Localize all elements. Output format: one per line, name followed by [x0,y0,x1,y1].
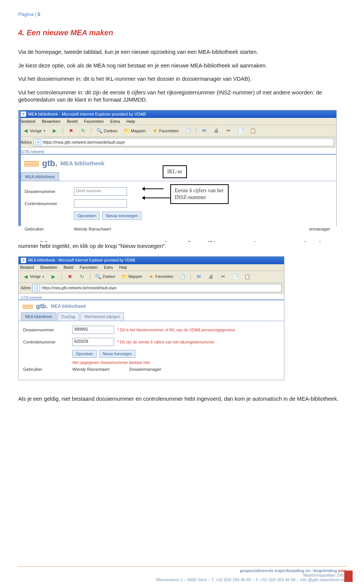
print-button[interactable]: 🖨 [212,127,221,135]
stop-button[interactable]: ✖ [65,273,75,281]
history-button[interactable]: 🕑 [183,127,193,135]
refresh-button[interactable]: ↻ [77,273,87,281]
menu-help[interactable]: Help [126,119,135,124]
paste-icon: 📋 [244,274,250,280]
favorites-button[interactable]: ★Favorieten [146,273,175,281]
new-button[interactable]: Nieuw toevoegen [102,212,141,220]
gebruiker-label: Gebruiker [25,227,74,231]
page-number: 5 [38,11,40,17]
star-icon: ★ [148,274,154,280]
search-button[interactable]: 🔍Zoeken [93,273,117,281]
footer-line3: Minnemeers 2 – 9000 Gent – T. +32 (0)9 2… [18,577,346,582]
addr-label-2: Adres [21,286,31,290]
warning-message: Het opgegeven dossiernummer bestaat niet… [72,360,279,365]
print-icon: 🖨 [208,274,214,280]
paragraph-2: Je kiest deze optie, ook als de MEA nog … [18,62,346,70]
back-button[interactable]: ◀Vorige [21,273,46,281]
tab-mea-bibliotheek[interactable]: MEA bibliotheek [21,312,56,321]
search-button-2[interactable]: Opzoeken [72,350,97,358]
toolbar: ◀Vorige ▶ ✖ ↻ 🔍Zoeken 📁Mappen ★Favoriete… [19,125,336,137]
back-button[interactable]: ◀Vorige [21,127,47,135]
refresh-icon: ↻ [79,274,85,280]
folders-label: Mappen [131,129,146,133]
cut-button[interactable]: ✂ [218,273,228,281]
scissors-icon: ✂ [226,128,232,134]
dossier-input[interactable]: Geef nummer [74,187,127,196]
search-button[interactable]: 🔍Zoeken [94,127,119,135]
menu-help[interactable]: Help [119,265,127,270]
menu-favorieten[interactable]: Favorieten [84,119,104,124]
menu-extra[interactable]: Extra [104,265,113,270]
forward-button[interactable]: ▶ [50,127,60,135]
paste-button[interactable]: 📋 [248,127,258,135]
stop-icon: ✖ [67,274,73,280]
paragraph-6: Als je een geldig, niet bestaand dossier… [18,395,346,403]
menu-beeld[interactable]: Beeld [67,119,77,124]
history-icon: 🕑 [179,274,185,280]
history-button[interactable]: 🕑 [177,273,187,281]
print-button[interactable]: 🖨 [206,273,216,281]
folders-button[interactable]: 📁Mappen [119,273,144,281]
forward-arrow-icon: ▶ [50,274,56,280]
search-button[interactable]: Opzoeken [74,212,100,220]
page-icon: e [34,285,40,291]
screenshot-2: e MEA bibliotheek - Microsoft Internet E… [18,256,284,380]
folders-button[interactable]: 📁Mappen [122,127,148,135]
menu-bestand[interactable]: Bestand [20,265,34,270]
gebruiker-value-2: Wendy Ranschaert [72,367,129,372]
page-ref-label: Pagina | [18,11,38,17]
paragraph-1: Via de homepage, tweede tabblad, kun je … [18,49,346,56]
menu-bestand[interactable]: Bestand [20,119,35,124]
page-reference: Pagina | 5 [18,11,346,17]
top-link[interactable]: GTB-netwerk [19,148,336,155]
menu-beeld[interactable]: Beeld [64,265,74,270]
callout-ikl: IKL-nr [163,165,187,178]
gebruiker-value: Wendy Ranschaert [74,227,111,231]
paste-button[interactable]: 📋 [242,273,252,281]
top-link-2[interactable]: GTB-netwerk [19,294,284,300]
tab-mea-bibliotheek[interactable]: MEA bibliotheek [21,172,59,181]
gebruiker-role-2: Dossiermanager [129,367,161,372]
dossier-label-2: Dossiernummer [23,328,72,332]
refresh-button[interactable]: ↻ [78,127,88,135]
toolbar-2: ◀Vorige ▶ ✖ ↻ 🔍Zoeken 📁Mappen ★Favoriete… [19,271,284,283]
url-field[interactable]: e https://mea.gtb-netwerk.be/mea/default… [33,138,334,146]
stop-icon: ✖ [68,128,74,134]
copy-button[interactable]: 📄 [230,273,240,281]
window-titlebar: e MEA bibliotheek - Microsoft Internet E… [19,110,336,118]
back-label: Vorige [30,129,42,133]
forward-button[interactable]: ▶ [49,273,58,281]
mail-button[interactable]: ✉ [194,273,204,281]
url-field-2[interactable]: e https://mea.gtb-netwerk.be/mea/default… [32,284,282,292]
favorites-button[interactable]: ★Favorieten [150,127,181,135]
mail-button[interactable]: ✉ [199,127,209,135]
star-icon: ★ [152,128,158,134]
dossier-input-2[interactable]: 999991 [72,326,114,334]
menu-favorieten[interactable]: Favorieten [80,265,97,270]
page-footer: gespecialiseerde trajectbepaling en –beg… [18,566,346,582]
footer-red-block-icon [344,571,353,582]
search-icon: 🔍 [95,274,101,280]
menu-extra[interactable]: Extra [110,119,120,124]
tab-strip-2: MEA bibliotheek DuoDag Wachtwoord wijzig… [19,312,284,321]
new-button-2[interactable]: Nieuw toevoegen [99,350,135,358]
cut-button[interactable]: ✂ [224,127,234,135]
tab-duodag[interactable]: DuoDag [57,312,80,321]
dossier-hint: * Dit is het klantennummer of IKL van de… [117,328,235,332]
menu-bewerken[interactable]: Bewerken [42,119,60,124]
controle-input[interactable] [74,199,127,208]
tab-wachtwoord[interactable]: Wachtwoord wijzigen [80,312,124,321]
controle-input-2[interactable]: 620329 [72,338,114,346]
window-titlebar-2: e MEA bibliotheek - Microsoft Internet E… [19,257,284,264]
controle-label: Controlenummer [25,201,74,206]
menu-bewerken[interactable]: Bewerken [40,265,57,270]
addr-label: Adres [21,140,32,144]
history-icon: 🕑 [185,128,191,134]
logo-stripes-icon [24,160,39,166]
footer-line2: Maatschappelijke Zetel [18,573,346,577]
stop-button[interactable]: ✖ [66,127,76,135]
brand-row-2: gtb. MEA bibliotheek [19,300,284,312]
callout-insz: Eerste 6 cijfers van het INSZ-nummer [170,184,229,204]
copy-button[interactable]: 📄 [236,127,246,135]
arrow-line-2 [143,198,170,198]
